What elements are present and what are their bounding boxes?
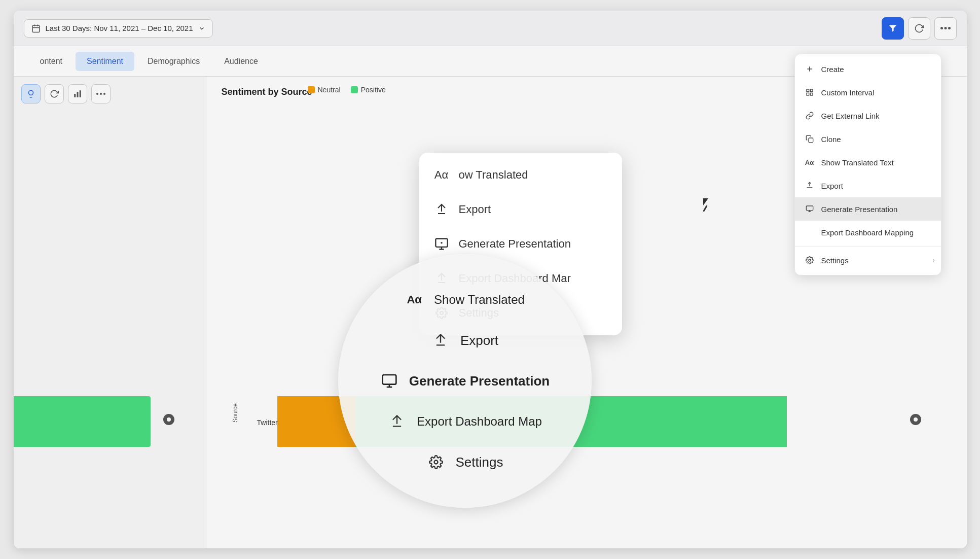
zoom-export[interactable]: Export — [421, 328, 509, 353]
zoom-export-icon — [431, 331, 450, 350]
svg-point-15 — [441, 242, 443, 244]
zoom-show-translated[interactable]: Aα Show Translated — [394, 287, 535, 312]
large-generate-presentation-label: Generate Presentation — [459, 237, 571, 251]
large-menu-show-translated[interactable]: Aα ow Translated — [419, 158, 622, 192]
svg-point-22 — [434, 461, 438, 464]
generate-presentation-label: Generate Presentation — [821, 205, 898, 214]
zoom-generate-presentation[interactable]: Generate Presentation — [370, 368, 560, 394]
export-dashboard-mapping-label: Export Dashboard Mapping — [821, 228, 914, 237]
external-link-icon — [804, 110, 815, 121]
custom-interval-icon — [804, 87, 815, 98]
create-label: Create — [821, 65, 844, 74]
svg-rect-30 — [806, 206, 813, 211]
presentation-icon — [804, 203, 815, 215]
svg-point-33 — [809, 259, 811, 261]
svg-rect-26 — [810, 89, 813, 92]
menu-clone[interactable]: Clone — [795, 127, 941, 151]
menu-get-external-link[interactable]: Get External Link — [795, 104, 941, 127]
settings-label: Settings — [821, 256, 849, 265]
zoom-circle: Aα Show Translated Export Generate Prese… — [338, 254, 592, 508]
menu-show-translated-text[interactable]: Aα Show Translated Text — [795, 151, 941, 174]
zoom-export-label: Export — [460, 333, 498, 348]
small-context-menu: Create Custom Interval Get External Li — [794, 54, 941, 275]
zoom-export-dashboard-label: Export Dashboard Map — [417, 414, 542, 429]
large-export-icon — [433, 201, 450, 218]
menu-export-dashboard-mapping[interactable]: Export Dashboard Mapping — [795, 221, 941, 244]
large-menu-export[interactable]: Export — [419, 192, 622, 227]
zoom-settings-label: Settings — [456, 455, 503, 470]
export-dashboard-icon — [804, 227, 815, 238]
get-external-link-label: Get External Link — [821, 112, 880, 120]
menu-custom-interval[interactable]: Custom Interval — [795, 81, 941, 104]
custom-interval-label: Custom Interval — [821, 88, 875, 97]
zoom-settings-icon — [426, 452, 446, 472]
large-show-translated-label: ow Translated — [459, 168, 528, 182]
clone-icon — [804, 133, 815, 145]
large-presentation-icon — [433, 236, 450, 252]
svg-rect-27 — [807, 93, 809, 95]
svg-rect-19 — [382, 375, 396, 385]
menu-settings[interactable]: Settings › — [795, 249, 941, 272]
menu-divider — [795, 246, 941, 247]
menu-export[interactable]: Export — [795, 174, 941, 197]
clone-label: Clone — [821, 135, 841, 144]
zoom-presentation-icon — [380, 371, 399, 391]
large-translate-icon: Aα — [433, 167, 450, 183]
translate-icon: Aα — [804, 157, 815, 168]
export-icon — [804, 180, 815, 191]
zoom-show-translated-label: Show Translated — [434, 293, 525, 307]
show-translated-text-label: Show Translated Text — [821, 158, 894, 167]
zoom-translate-icon: Aα — [405, 290, 424, 309]
zoom-export-dashboard-icon — [387, 412, 407, 431]
settings-submenu-chevron: › — [933, 257, 935, 264]
zoom-export-dashboard[interactable]: Export Dashboard Map — [377, 409, 552, 434]
settings-icon — [804, 255, 815, 266]
menu-generate-presentation[interactable]: Generate Presentation — [795, 197, 941, 221]
create-icon — [804, 63, 815, 75]
export-label: Export — [821, 182, 843, 190]
menu-create[interactable]: Create — [795, 57, 941, 81]
large-export-label: Export — [459, 203, 491, 216]
zoom-settings[interactable]: Settings — [416, 449, 514, 475]
svg-rect-29 — [809, 138, 813, 143]
svg-rect-28 — [810, 93, 813, 95]
svg-rect-25 — [807, 89, 809, 92]
zoom-generate-presentation-label: Generate Presentation — [409, 373, 550, 389]
